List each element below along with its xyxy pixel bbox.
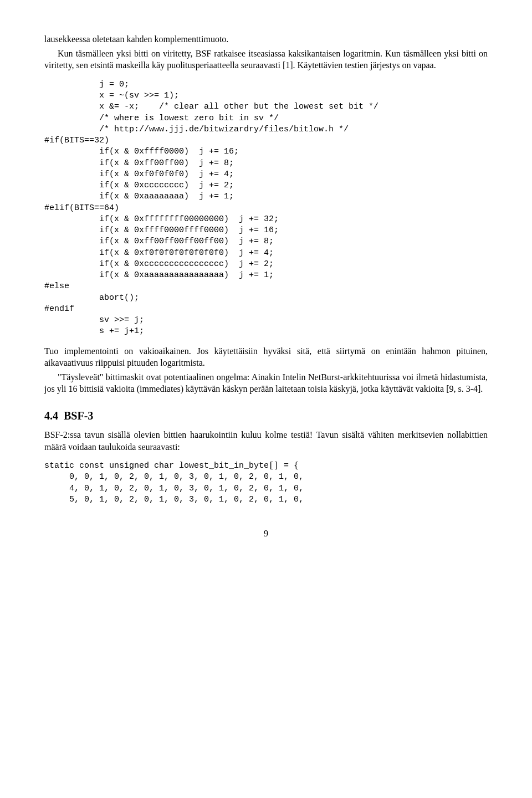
section-number: 4.4 — [44, 410, 58, 422]
page-number: 9 — [44, 528, 488, 540]
paragraph-1: lausekkeessa oletetaan kahden komplement… — [44, 33, 488, 45]
code-block-1: j = 0; x = ~(sv >>= 1); x &= -x; /* clea… — [44, 79, 488, 337]
paragraph-4: "Täysleveät" bittimaskit ovat potentiaal… — [44, 371, 488, 395]
paragraph-5: BSF-2:ssa tavun sisällä olevien bittien … — [44, 429, 488, 453]
code-block-2: static const unsigned char lowest_bit_in… — [44, 461, 488, 505]
paragraph-3: Tuo implementointi on vakioaikainen. Jos… — [44, 345, 488, 369]
paragraph-2: Kun täsmälleen yksi bitti on viritetty, … — [44, 48, 488, 71]
section-heading: 4.4 BSF-3 — [44, 408, 488, 423]
section-title: BSF-3 — [64, 410, 93, 422]
